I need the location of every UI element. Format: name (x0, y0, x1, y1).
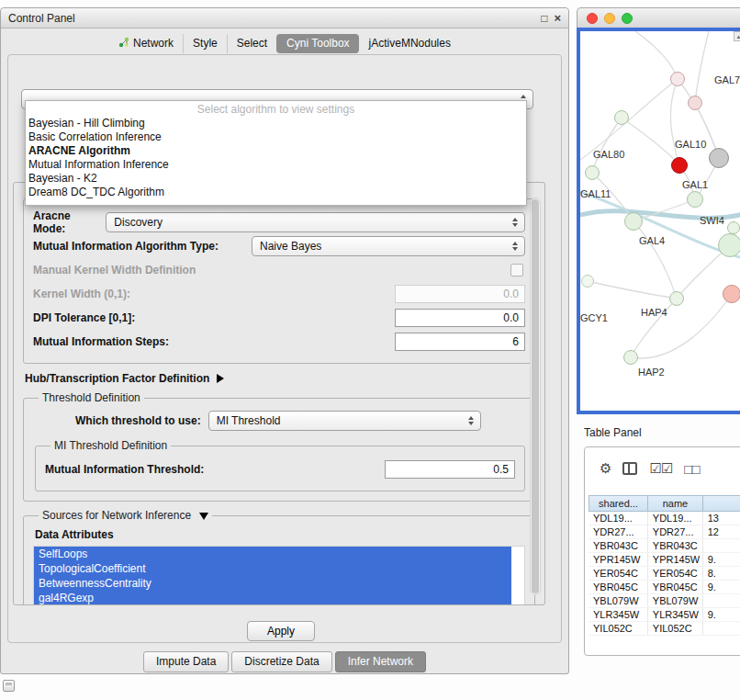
network-node[interactable] (623, 350, 638, 365)
aracne-mode-combo[interactable]: Discovery (106, 212, 525, 232)
network-node-label: GCY1 (580, 312, 608, 323)
network-node[interactable] (671, 157, 688, 174)
which-threshold-combo[interactable]: MI Threshold (208, 411, 481, 431)
dpi-tolerance-input[interactable]: 0.0 (395, 309, 525, 327)
network-node[interactable] (581, 275, 594, 288)
network-canvas[interactable]: GAL7GAL80GAL10GAL11GAL1SWI4GAL4GCY1HAP4H… (577, 28, 740, 414)
algorithm-option[interactable]: Mutual Information Inference (26, 158, 526, 172)
mi-type-combo[interactable]: Naive Bayes (252, 236, 525, 256)
control-panel-window: Control Panel □ × NetworkStyleSelectCyni… (0, 7, 569, 674)
tab-label: Style (193, 38, 218, 50)
mi-threshold-input[interactable]: 0.5 (385, 460, 515, 479)
kernel-width-input[interactable]: 0.0 (395, 285, 525, 303)
algorithm-option[interactable]: Basic Correlation Inference (26, 130, 526, 144)
window-title: Control Panel (8, 12, 75, 25)
zoom-traffic-light-icon[interactable] (622, 13, 633, 24)
network-node[interactable] (670, 72, 685, 86)
tab-label: Network (133, 38, 174, 50)
table-row[interactable]: YBR045CYBR045C9. (589, 581, 740, 594)
tab-network[interactable]: Network (109, 33, 183, 54)
apply-button[interactable]: Apply (247, 621, 315, 641)
column-header[interactable]: name (648, 495, 703, 512)
settings-vertical-scrollbar[interactable] (530, 198, 541, 595)
column-header[interactable]: shared... (589, 495, 648, 512)
manual-kernel-label: Manual Kernel Width Definition (33, 264, 196, 277)
select-columns-icon[interactable]: ☑☑ (649, 460, 672, 477)
attribute-item-selected[interactable]: TopologicalCoefficient (34, 561, 511, 576)
table-row[interactable]: YER054CYER054C8. (589, 567, 740, 581)
control-panel-titlebar[interactable]: Control Panel □ × (1, 8, 568, 28)
table-cell: YBL079W (648, 594, 703, 607)
tab-jactivemnodules[interactable]: jActiveMNodules (359, 34, 460, 53)
bottom-tab-infer-network[interactable]: Infer Network (335, 651, 426, 672)
table-cell: YER054C (589, 567, 648, 580)
network-node[interactable] (624, 212, 643, 231)
float-window-icon[interactable]: □ (541, 13, 547, 24)
mi-steps-input[interactable]: 6 (395, 333, 525, 351)
algorithm-option[interactable]: Bayesian - Hill Climbing (26, 117, 526, 130)
tab-cyni-toolbox[interactable]: Cyni Toolbox (276, 34, 358, 53)
network-node[interactable] (687, 191, 703, 208)
mi-threshold-row: Mutual Information Threshold: 0.5 (45, 459, 515, 480)
table-row[interactable]: YIL052CYIL052C (589, 622, 740, 636)
data-attributes-list[interactable]: SelfLoopsTopologicalCoefficientBetweenne… (33, 546, 525, 605)
table-row[interactable]: YPR145WYPR145W9. (589, 553, 740, 567)
column-header[interactable] (703, 495, 740, 512)
desktop: Control Panel □ × NetworkStyleSelectCyni… (0, 0, 740, 700)
mi-steps-row: Mutual Information Steps: 6 (33, 332, 525, 352)
bottom-tab-impute-data[interactable]: Impute Data (143, 651, 229, 672)
table-row[interactable]: YBL079WYBL079W (589, 594, 740, 608)
unselect-columns-icon[interactable]: □□ (684, 461, 699, 477)
table-cell: YBL079W (589, 594, 648, 607)
table-panel-title: Table Panel (584, 426, 642, 439)
table-cell (703, 539, 740, 552)
minimize-traffic-light-icon[interactable] (604, 13, 615, 24)
manual-kernel-checkbox[interactable] (510, 264, 523, 277)
table-row[interactable]: YBR043CYBR043C (589, 539, 740, 553)
table-mode-icon[interactable] (622, 462, 637, 475)
network-node[interactable] (727, 221, 740, 234)
expand-arrow-icon (217, 374, 224, 383)
table-cell: YBR045C (648, 581, 703, 593)
table-cell: 9. (703, 581, 740, 593)
network-node[interactable] (585, 165, 600, 180)
tab-style[interactable]: Style (183, 34, 227, 53)
network-window-titlebar[interactable] (577, 7, 740, 28)
network-node[interactable] (614, 110, 629, 125)
table-cell: 12 (703, 525, 740, 538)
table-row[interactable]: YDR27...YDR27...12 (589, 525, 740, 539)
table-row[interactable]: YLR345WYLR345W9. (589, 608, 740, 622)
bottom-tab-discretize-data[interactable]: Discretize Data (231, 651, 331, 672)
network-node[interactable] (718, 233, 740, 257)
hub-definition-toggle[interactable]: Hub/Transcription Factor Definition (25, 372, 533, 385)
attribute-item-selected[interactable]: SelfLoops (34, 547, 511, 561)
dropdown-placeholder: Select algorithm to view settings (26, 103, 526, 117)
table-cell: YDL19... (648, 512, 703, 525)
tab-label: jActiveMNodules (369, 38, 451, 50)
sources-legend[interactable]: Sources for Network Inference (39, 509, 212, 522)
tab-select[interactable]: Select (227, 34, 276, 53)
settings-gear-icon[interactable]: ⚙ (600, 460, 611, 477)
mi-threshold-label: Mutual Information Threshold: (45, 463, 204, 476)
table-cell: YBR043C (648, 539, 703, 552)
scrollbar-up-arrow-icon[interactable]: ▲ (734, 31, 740, 41)
algorithm-option[interactable]: ARACNE Algorithm (26, 144, 526, 158)
collapsed-panel-icon[interactable] (3, 680, 15, 692)
attribute-item-selected[interactable]: BetweennessCentrality (34, 576, 511, 591)
network-node[interactable] (723, 285, 740, 303)
vertical-scrollbar-thumb[interactable] (532, 199, 539, 593)
algorithm-option[interactable]: Dream8 DC_TDC Algorithm (26, 186, 526, 199)
attribute-item-selected[interactable]: gal4RGexp (34, 591, 511, 605)
network-node[interactable] (669, 291, 684, 306)
table-cell: YPR145W (648, 553, 703, 566)
mi-steps-label: Mutual Information Steps: (33, 335, 169, 348)
close-traffic-light-icon[interactable] (587, 13, 598, 24)
close-window-icon[interactable]: × (554, 13, 561, 24)
network-node[interactable] (709, 148, 729, 168)
network-edge (588, 281, 677, 299)
table-header-row: shared...name (589, 495, 740, 512)
algorithm-option[interactable]: Bayesian - K2 (26, 172, 526, 186)
table-cell: 9. (703, 553, 740, 566)
table-row[interactable]: YDL19...YDL19...13 (589, 512, 740, 525)
network-node[interactable] (688, 96, 702, 110)
